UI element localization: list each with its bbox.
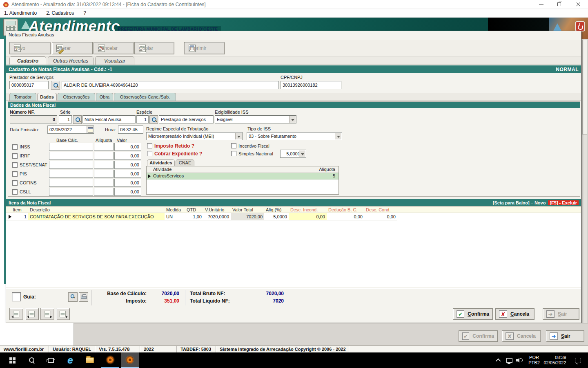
item-row-selector[interactable] (6, 213, 14, 220)
especie-num-input[interactable]: 1 (136, 115, 149, 123)
item-descricao-cell[interactable]: CONTRATAÇÃO DE SERVIÇOS DE SOM PARA EXEC… (28, 213, 165, 220)
simples-nacional-checkbox[interactable] (231, 151, 236, 156)
chevron-down-icon[interactable] (289, 116, 296, 123)
tab-visualizar[interactable]: Visualizar (95, 56, 134, 65)
pis-valor-input[interactable]: 0,00 (114, 170, 141, 178)
calendar-icon[interactable] (87, 126, 93, 133)
clock-tray-button[interactable]: 08:39 02/05/2022 (541, 352, 568, 368)
chevron-down-icon[interactable] (299, 150, 305, 157)
nav-prev-button[interactable] (25, 308, 39, 320)
especie-search-button[interactable] (149, 115, 158, 124)
fiorilli-app-button-active[interactable] (121, 352, 139, 368)
outer-sair-button[interactable]: ➔ Sair (546, 330, 584, 342)
item-descincond-cell[interactable]: 0,00 (289, 213, 327, 220)
regime-select[interactable]: Microempresário Individual (MEI) (146, 132, 243, 140)
data-emissao-input[interactable]: 02/05/2022 (47, 126, 94, 134)
menu-atendimento[interactable]: 1. Atendimento (0, 9, 41, 18)
atividade-row[interactable]: OutrosServiços 5 (147, 173, 339, 180)
task-view-button[interactable] (42, 352, 60, 368)
confirma-button[interactable]: ✔ Confirma (453, 308, 493, 320)
item-vunitario-cell[interactable]: 7020,0000 (203, 213, 231, 220)
inss-base-input[interactable] (49, 143, 93, 151)
outer-confirma-button[interactable]: ✔ Confirma (459, 330, 498, 342)
prestador-name-input[interactable]: ALDAIR DE OLIVEIRA 46904964120 (62, 81, 279, 89)
volume-tray-button[interactable] (514, 352, 525, 368)
irrf-base-input[interactable] (49, 152, 93, 160)
power-button-icon[interactable] (575, 21, 585, 31)
tab-atividades[interactable]: Atividades (147, 159, 175, 166)
guia-search-button[interactable] (68, 292, 78, 302)
inss-aliquota-input[interactable] (94, 143, 114, 151)
menu-help[interactable]: ? (79, 9, 90, 18)
tab-observacoes[interactable]: Observações (58, 93, 95, 101)
tipo-iss-select[interactable]: 03 - Sobre Faturamento (247, 132, 342, 140)
csll-base-input[interactable] (49, 188, 93, 196)
nav-next-button[interactable] (40, 308, 54, 320)
pis-aliquota-input[interactable] (94, 170, 114, 178)
exigibilidade-select[interactable]: Exigível (215, 115, 296, 123)
cofins-checkbox[interactable] (12, 180, 18, 186)
menu-cadastros[interactable]: 2. Cadastros (42, 9, 78, 18)
cofins-aliquota-input[interactable] (94, 179, 114, 187)
tray-chevron-button[interactable] (493, 352, 504, 368)
sest-valor-input[interactable]: 0,00 (114, 161, 141, 169)
csll-valor-input[interactable]: 0,00 (114, 188, 141, 196)
tab-outras-receitas[interactable]: Outras Receitas (48, 56, 94, 65)
tab-cadastro[interactable]: Cadastro (9, 56, 46, 65)
tab-cnae[interactable]: CNAE (176, 159, 194, 166)
taskbar-search-button[interactable] (23, 352, 41, 368)
imposto-retido-checkbox[interactable] (147, 143, 152, 148)
csll-checkbox[interactable] (12, 189, 18, 195)
guia-checkbox[interactable] (12, 292, 21, 301)
cofins-base-input[interactable] (49, 179, 93, 187)
cobrar-expediente-checkbox[interactable] (147, 151, 152, 156)
pis-checkbox[interactable] (12, 171, 18, 177)
incentivo-fiscal-checkbox[interactable] (231, 143, 236, 148)
prestador-search-button[interactable] (51, 81, 60, 90)
imprimir-button[interactable]: Imprimir (184, 42, 225, 54)
prestador-code-input[interactable]: 000005017 (9, 81, 49, 89)
network-tray-button[interactable] (504, 352, 514, 368)
copiar-button[interactable]: Copiar (134, 42, 174, 54)
cpf-input[interactable]: 30013926000182 (281, 81, 341, 89)
nav-first-button[interactable] (9, 308, 23, 320)
notification-center-button[interactable] (571, 352, 585, 368)
serie-num-input[interactable]: 1 (59, 115, 72, 123)
cancelar-button[interactable]: Cancelar (94, 42, 134, 54)
minimize-button[interactable] (534, 0, 549, 9)
internet-explorer-button[interactable]: e (61, 352, 79, 368)
tab-obra[interactable]: Obra (96, 93, 113, 101)
item-valortotal-cell[interactable]: 7020,00 (231, 213, 264, 220)
novo-button[interactable]: Novo (9, 42, 51, 54)
cancela-button[interactable]: ✘ Cancela (495, 308, 535, 320)
outer-cancela-button[interactable]: ✘ Cancela (502, 330, 541, 342)
guia-print-button[interactable] (79, 292, 88, 302)
maximize-button[interactable] (552, 0, 567, 9)
fiorilli-app-button[interactable] (101, 352, 119, 368)
file-explorer-button[interactable] (81, 352, 99, 368)
inss-checkbox[interactable] (12, 144, 18, 150)
alterar-button[interactable]: Alterar (52, 42, 93, 54)
numero-nf-input[interactable]: 0 (10, 115, 57, 123)
inss-valor-input[interactable]: 0,00 (114, 143, 141, 151)
vertical-scrollbar[interactable] (581, 39, 588, 346)
chevron-down-icon[interactable] (335, 133, 341, 139)
sair-button-disabled[interactable]: ➔ Sair (543, 308, 579, 320)
chevron-down-icon[interactable] (235, 133, 242, 139)
item-aliq-cell[interactable]: 5,0000 (264, 213, 289, 220)
nav-last-button[interactable] (56, 308, 70, 320)
pis-base-input[interactable] (49, 170, 93, 178)
item-deducao-cell[interactable]: 0,00 (327, 213, 364, 220)
sest-base-input[interactable] (49, 161, 93, 169)
language-tray-button[interactable]: POR PTB2 (526, 352, 542, 368)
hora-input[interactable]: 08:32:45 (118, 126, 143, 134)
serie-nome-input[interactable]: Nota Fiscal Avulsa (82, 115, 136, 123)
close-button[interactable] (571, 0, 586, 9)
cofins-valor-input[interactable]: 0,00 (114, 179, 141, 187)
tab-tomador[interactable]: Tomador (9, 93, 36, 101)
especie-nome-input[interactable]: Prestação de Serviços (159, 115, 214, 123)
tab-dados[interactable]: Dados (37, 93, 57, 101)
item-qtd-cell[interactable]: 1,00 (185, 213, 203, 220)
sest-checkbox[interactable] (12, 162, 18, 168)
serie-search-button[interactable] (73, 115, 82, 124)
